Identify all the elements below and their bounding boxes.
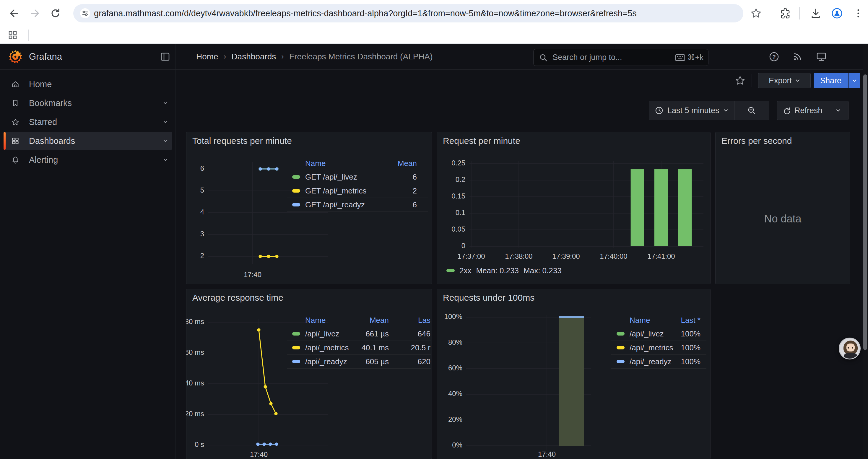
breadcrumb-item[interactable]: Dashboards bbox=[231, 52, 276, 61]
legend-series-name[interactable]: GET /api/_metrics bbox=[305, 184, 367, 198]
share-button[interactable]: Share bbox=[814, 73, 848, 88]
series-color-pill bbox=[292, 346, 300, 350]
legend-series-name[interactable]: /api/_metrics bbox=[629, 341, 673, 355]
legend-row[interactable]: GET /api/_livez6 bbox=[287, 170, 428, 184]
legend-col-name[interactable]: Name bbox=[629, 314, 650, 327]
back-icon[interactable] bbox=[8, 7, 20, 19]
legend-series-name[interactable]: /api/_metrics bbox=[305, 341, 349, 355]
window-scrollbar[interactable] bbox=[863, 44, 868, 459]
brand-name[interactable]: Grafana bbox=[29, 44, 62, 69]
dock-sidebar-icon[interactable] bbox=[160, 52, 170, 62]
breadcrumb-item[interactable]: Home bbox=[196, 52, 218, 61]
extensions-icon[interactable] bbox=[779, 7, 791, 20]
refresh-button[interactable]: Refresh bbox=[777, 106, 828, 115]
favorite-star-icon[interactable] bbox=[735, 75, 746, 86]
x-axis-tick-label: 17:39:00 bbox=[552, 252, 580, 260]
legend-row[interactable]: /api/_metrics100% bbox=[611, 341, 706, 355]
data-point[interactable] bbox=[267, 255, 270, 258]
search-input[interactable] bbox=[552, 53, 675, 62]
monitor-icon[interactable] bbox=[816, 52, 827, 62]
legend-series-name[interactable]: /api/_livez bbox=[305, 327, 339, 340]
menu-kebab-icon[interactable] bbox=[852, 7, 864, 20]
data-point[interactable] bbox=[269, 442, 272, 446]
panel-total-requests-per-minute[interactable]: Total requests per minute 6543217:40Name… bbox=[186, 132, 432, 284]
screen: grafana.mathmast.com/d/deytv4rwavabkb/fr… bbox=[0, 0, 868, 459]
data-point[interactable] bbox=[269, 402, 272, 405]
y-axis-tick-label: 40% bbox=[448, 390, 462, 398]
help-icon[interactable]: ? bbox=[769, 52, 779, 62]
data-point[interactable] bbox=[275, 255, 278, 258]
search-box[interactable]: ⌘+k bbox=[533, 49, 709, 66]
bar[interactable] bbox=[631, 169, 644, 246]
legend-series-name[interactable]: /api/_readyz bbox=[629, 355, 672, 368]
toolbar-divider bbox=[799, 7, 800, 20]
panel-average-response-time[interactable]: Average response time 80 ms60 ms40 ms20 … bbox=[186, 289, 432, 459]
legend-col-mean[interactable]: Mean bbox=[370, 314, 389, 327]
data-point[interactable] bbox=[262, 442, 266, 446]
panel-request-per-minute[interactable]: Request per minute 2xx Mean: 0.233 Max: … bbox=[437, 132, 711, 284]
chevron-down-icon bbox=[163, 120, 168, 124]
data-point[interactable] bbox=[258, 167, 262, 170]
legend-row[interactable]: GET /api/_readyz6 bbox=[287, 198, 428, 212]
legend-series-name[interactable]: GET /api/_livez bbox=[305, 170, 357, 184]
legend-row[interactable]: /api/_readyz605 µs620 bbox=[287, 355, 431, 369]
legend-col-name[interactable]: Name bbox=[305, 157, 326, 170]
sidebar-item-label: Home bbox=[29, 75, 52, 93]
legend-col-las[interactable]: Las bbox=[418, 314, 430, 327]
legend-row[interactable]: /api/_readyz100% bbox=[611, 355, 706, 369]
data-point[interactable] bbox=[257, 328, 260, 331]
sidebar-item-bookmarks[interactable]: Bookmarks bbox=[4, 94, 172, 112]
data-point[interactable] bbox=[264, 385, 267, 388]
legend-row[interactable]: /api/_metrics40.1 ms20.5 r bbox=[287, 341, 431, 355]
scrollbar-thumb[interactable] bbox=[863, 74, 867, 350]
time-range-button[interactable]: Last 5 minutes bbox=[649, 106, 734, 115]
legend-col-last[interactable]: Last * bbox=[681, 314, 701, 327]
share-label: Share bbox=[820, 76, 841, 85]
bar[interactable] bbox=[678, 169, 692, 246]
sidebar-item-home[interactable]: Home bbox=[4, 75, 172, 93]
url-text[interactable]: grafana.mathmast.com/d/deytv4rwavabkb/fr… bbox=[94, 8, 637, 18]
clock-icon bbox=[655, 106, 663, 114]
apps-grid-icon[interactable] bbox=[8, 30, 18, 40]
data-point[interactable] bbox=[256, 442, 259, 446]
data-point[interactable] bbox=[274, 412, 277, 415]
panel-errors-per-second[interactable]: Errors per second No data bbox=[715, 132, 850, 284]
data-point[interactable] bbox=[275, 442, 278, 446]
assistant-avatar[interactable] bbox=[839, 338, 861, 359]
legend-series-name[interactable]: GET /api/_readyz bbox=[305, 198, 365, 211]
legend-col-name[interactable]: Name bbox=[305, 314, 326, 327]
data-point[interactable] bbox=[258, 255, 262, 258]
download-icon[interactable] bbox=[809, 7, 822, 20]
legend-col-mean[interactable]: Mean bbox=[398, 157, 417, 170]
reload-icon[interactable] bbox=[50, 7, 61, 19]
legend-row[interactable]: GET /api/_metrics2 bbox=[287, 184, 428, 198]
legend-series-name[interactable]: /api/_readyz bbox=[305, 355, 347, 368]
time-range-group: Last 5 minutes bbox=[649, 101, 769, 120]
export-button[interactable]: Export bbox=[758, 73, 811, 88]
data-point[interactable] bbox=[267, 167, 270, 170]
panel-requests-under-100ms[interactable]: Requests under 100ms 100%80%60%40%20%0%1… bbox=[437, 289, 711, 459]
sidebar-item-alerting[interactable]: Alerting bbox=[4, 151, 172, 169]
tune-icon[interactable] bbox=[80, 8, 90, 19]
series-color-pill bbox=[292, 360, 300, 363]
breadcrumb-separator: › bbox=[224, 52, 226, 61]
url-bar[interactable]: grafana.mathmast.com/d/deytv4rwavabkb/fr… bbox=[73, 4, 743, 23]
zoom-out-button[interactable] bbox=[735, 106, 769, 115]
refresh-interval-button[interactable] bbox=[828, 108, 848, 113]
bar[interactable] bbox=[559, 317, 584, 446]
news-rss-icon[interactable] bbox=[793, 52, 803, 62]
legend-series-name[interactable]: /api/_livez bbox=[629, 327, 664, 340]
bookmark-star-icon[interactable] bbox=[750, 7, 762, 20]
forward-icon[interactable] bbox=[29, 7, 41, 19]
bar[interactable] bbox=[654, 169, 668, 246]
grafana-logo-icon[interactable] bbox=[8, 50, 23, 64]
legend-row[interactable]: /api/_livez661 µs646 bbox=[287, 327, 431, 341]
data-point[interactable] bbox=[275, 167, 278, 170]
sidebar-item-starred[interactable]: Starred bbox=[4, 113, 172, 131]
profile-icon[interactable] bbox=[831, 7, 843, 20]
panel-title[interactable]: Errors per second bbox=[721, 136, 792, 146]
legend-row[interactable]: /api/_livez100% bbox=[611, 327, 706, 341]
refresh-label: Refresh bbox=[795, 106, 823, 115]
sidebar-item-dashboards[interactable]: Dashboards bbox=[4, 132, 172, 150]
share-menu-button[interactable] bbox=[848, 73, 860, 88]
